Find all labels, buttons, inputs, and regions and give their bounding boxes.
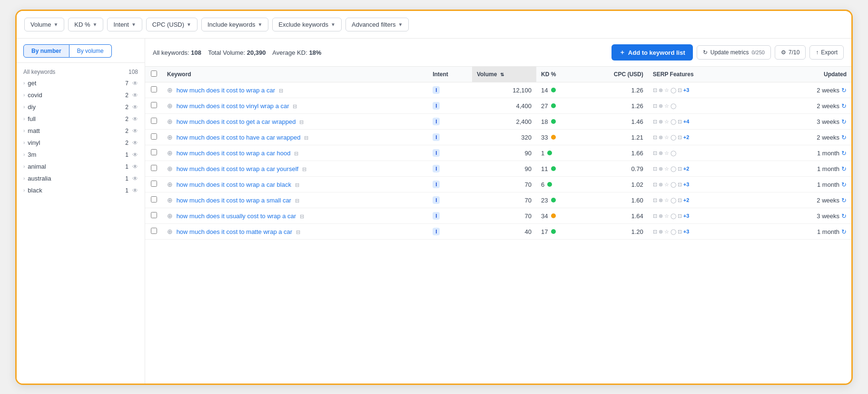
serp-link-icon[interactable]: ⊗ <box>659 166 663 172</box>
serp-image-icon[interactable]: ⊡ <box>653 119 657 125</box>
advanced-filters-filter[interactable]: Advanced filters ▼ <box>345 18 409 31</box>
serp-text-icon[interactable]: ⊡ <box>678 134 682 141</box>
serp-star-icon[interactable]: ☆ <box>664 150 669 156</box>
row-checkbox-cell[interactable] <box>145 82 162 98</box>
serp-circle-icon[interactable]: ◯ <box>671 103 676 109</box>
row-checkbox[interactable] <box>151 133 157 140</box>
eye-icon[interactable]: 👁 <box>132 104 138 111</box>
add-keyword-icon[interactable]: ⊕ <box>167 86 173 94</box>
serp-star-icon[interactable]: ☆ <box>664 182 669 188</box>
refresh-row-icon[interactable]: ↻ <box>841 165 847 172</box>
intent-col-header[interactable]: Intent <box>428 67 472 82</box>
serp-circle-icon[interactable]: ◯ <box>671 87 676 93</box>
keyword-link[interactable]: how much does it cost to get a car wrapp… <box>177 118 296 125</box>
row-checkbox[interactable] <box>151 86 157 92</box>
row-checkbox[interactable] <box>151 181 157 187</box>
add-keyword-icon[interactable]: ⊕ <box>167 102 173 110</box>
add-keyword-icon[interactable]: ⊕ <box>167 118 173 125</box>
serp-circle-icon[interactable]: ◯ <box>671 150 676 156</box>
refresh-row-icon[interactable]: ↻ <box>841 87 847 94</box>
list-item[interactable]: › full 2 👁 <box>17 113 145 125</box>
serp-circle-icon[interactable]: ◯ <box>671 229 676 235</box>
settings-button[interactable]: ⚙ 7/10 <box>775 45 806 60</box>
include-keywords-filter[interactable]: Include keywords ▼ <box>201 18 268 31</box>
update-metrics-button[interactable]: ↻ Update metrics 0/250 <box>697 45 771 60</box>
eye-icon[interactable]: 👁 <box>132 175 138 182</box>
serp-circle-icon[interactable]: ◯ <box>671 213 676 219</box>
serp-link-icon[interactable]: ⊗ <box>659 150 663 156</box>
row-checkbox[interactable] <box>151 102 157 108</box>
row-checkbox-cell[interactable] <box>145 177 162 192</box>
row-checkbox-cell[interactable] <box>145 224 162 240</box>
row-checkbox-cell[interactable] <box>145 114 162 130</box>
list-item[interactable]: › vinyl 2 👁 <box>17 137 145 149</box>
list-item[interactable]: › australia 1 👁 <box>17 172 145 184</box>
serp-star-icon[interactable]: ☆ <box>664 87 669 93</box>
add-keyword-icon[interactable]: ⊕ <box>167 212 173 220</box>
row-checkbox-cell[interactable] <box>145 98 162 114</box>
add-keyword-icon[interactable]: ⊕ <box>167 149 173 157</box>
select-all-checkbox[interactable] <box>151 71 157 77</box>
intent-filter[interactable]: Intent ▼ <box>107 18 142 31</box>
refresh-row-icon[interactable]: ↻ <box>841 134 847 141</box>
add-keyword-icon[interactable]: ⊕ <box>167 165 173 172</box>
serp-text-icon[interactable]: ⊡ <box>678 213 682 219</box>
serp-col-header[interactable]: SERP Features <box>648 67 782 82</box>
list-item[interactable]: › black 1 👁 <box>17 184 145 196</box>
list-item[interactable]: › 3m 1 👁 <box>17 149 145 161</box>
add-to-keyword-list-button[interactable]: ＋ Add to keyword list <box>612 44 693 61</box>
export-button[interactable]: ↑ Export <box>809 45 844 60</box>
serp-link-icon[interactable]: ⊗ <box>659 213 663 219</box>
cpc-col-header[interactable]: CPC (USD) <box>579 67 648 82</box>
refresh-row-icon[interactable]: ↻ <box>841 212 847 220</box>
list-item[interactable]: › animal 1 👁 <box>17 161 145 172</box>
row-checkbox[interactable] <box>151 149 157 155</box>
serp-link-icon[interactable]: ⊗ <box>659 229 663 235</box>
list-item[interactable]: › matt 2 👁 <box>17 125 145 137</box>
serp-text-icon[interactable]: ⊡ <box>678 197 682 203</box>
serp-star-icon[interactable]: ☆ <box>664 134 669 141</box>
keyword-link[interactable]: how much does it cost to wrap a car your… <box>177 165 299 172</box>
row-checkbox-cell[interactable] <box>145 130 162 145</box>
add-keyword-icon[interactable]: ⊕ <box>167 228 173 235</box>
refresh-row-icon[interactable]: ↻ <box>841 228 847 235</box>
refresh-row-icon[interactable]: ↻ <box>841 150 847 157</box>
keyword-link[interactable]: how much does it cost to wrap a car <box>177 87 275 94</box>
row-checkbox[interactable] <box>151 212 157 218</box>
exclude-keywords-filter[interactable]: Exclude keywords ▼ <box>272 18 342 31</box>
row-checkbox-cell[interactable] <box>145 145 162 161</box>
volume-col-header[interactable]: Volume ⇅ <box>472 67 536 82</box>
list-item[interactable]: › diy 2 👁 <box>17 101 145 113</box>
row-checkbox[interactable] <box>151 196 157 202</box>
serp-star-icon[interactable]: ☆ <box>664 166 669 172</box>
serp-text-icon[interactable]: ⊡ <box>678 229 682 235</box>
keyword-link[interactable]: how much does it usually cost to wrap a … <box>177 212 296 220</box>
serp-star-icon[interactable]: ☆ <box>664 229 669 235</box>
row-checkbox[interactable] <box>151 118 157 124</box>
serp-image-icon[interactable]: ⊡ <box>653 213 657 219</box>
eye-icon[interactable]: 👁 <box>132 152 138 158</box>
updated-col-header[interactable]: Updated <box>782 67 851 82</box>
serp-image-icon[interactable]: ⊡ <box>653 150 657 156</box>
serp-circle-icon[interactable]: ◯ <box>671 197 676 203</box>
serp-star-icon[interactable]: ☆ <box>664 103 669 109</box>
serp-link-icon[interactable]: ⊗ <box>659 87 663 93</box>
eye-icon[interactable]: 👁 <box>132 80 138 87</box>
kd-filter[interactable]: KD % ▼ <box>68 18 103 31</box>
refresh-row-icon[interactable]: ↻ <box>841 102 847 110</box>
eye-icon[interactable]: 👁 <box>132 187 138 194</box>
eye-icon[interactable]: 👁 <box>132 163 138 170</box>
serp-star-icon[interactable]: ☆ <box>664 213 669 219</box>
add-keyword-icon[interactable]: ⊕ <box>167 196 173 204</box>
row-checkbox-cell[interactable] <box>145 192 162 208</box>
refresh-row-icon[interactable]: ↻ <box>841 197 847 204</box>
refresh-row-icon[interactable]: ↻ <box>841 181 847 188</box>
list-item[interactable]: › covid 2 👁 <box>17 89 145 101</box>
keyword-link[interactable]: how much does it cost to vinyl wrap a ca… <box>177 102 289 110</box>
volume-filter[interactable]: Volume ▼ <box>24 18 64 31</box>
serp-text-icon[interactable]: ⊡ <box>678 182 682 188</box>
row-checkbox[interactable] <box>151 228 157 234</box>
serp-link-icon[interactable]: ⊗ <box>659 119 663 125</box>
serp-circle-icon[interactable]: ◯ <box>671 134 676 141</box>
eye-icon[interactable]: 👁 <box>132 140 138 146</box>
